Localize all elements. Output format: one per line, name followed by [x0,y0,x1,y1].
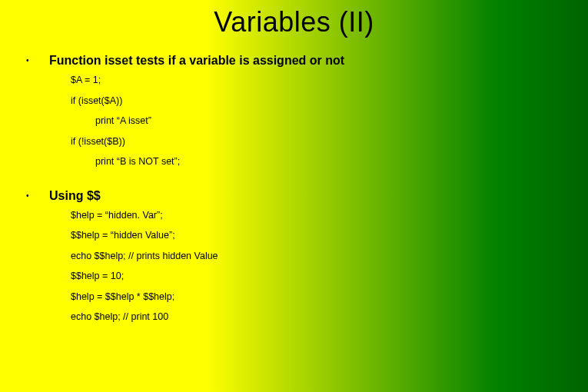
code-line: echo $help; // print 100 [71,311,565,324]
slide-content: Variables (II) • Function isset tests if… [0,6,588,350]
code-line: $help = $$help * $$help; [71,291,565,304]
code-line: echo $$help; // prints hidden Value [71,250,565,264]
code-block-2: $help = “hidden. Var”; $$help = “hidden … [71,209,565,324]
code-line: print “B is NOT set”; [71,155,565,169]
bullet-2: • Using $$ [23,188,565,204]
code-line: $A = 1; [71,74,565,88]
code-line: $$help = 10; [71,270,565,284]
code-line: if (!isset($B)) [71,135,565,149]
bullet-1-text: Function isset tests if a variable is as… [49,52,344,69]
bullet-1: • Function isset tests if a variable is … [23,52,565,69]
bullet-2-text: Using $$ [49,188,101,204]
bullet-dot-icon: • [23,188,49,204]
code-line: $help = “hidden. Var”; [71,209,565,223]
slide-title: Variables (II) [23,6,565,38]
code-line: print “A isset” [71,115,565,128]
bullet-dot-icon: • [23,52,49,69]
code-block-1: $A = 1; if (isset($A)) print “A isset” i… [71,74,565,169]
code-line: $$help = “hidden Value”; [71,229,565,243]
spacer [23,180,565,188]
code-line: if (isset($A)) [71,95,565,108]
